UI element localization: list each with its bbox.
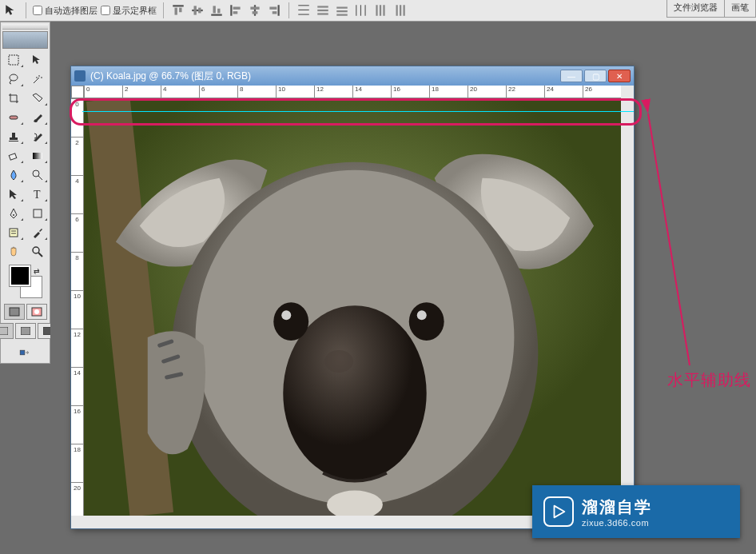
dodge-tool-icon[interactable] — [26, 166, 49, 184]
move-tool-indicator-icon[interactable] — [3, 2, 19, 18]
svg-rect-8 — [217, 9, 220, 14]
vertical-ruler[interactable]: 0246810121416182022 — [71, 98, 84, 516]
canvas[interactable] — [84, 98, 621, 516]
toolbox: T ⇄ — [0, 22, 50, 364]
svg-rect-49 — [10, 229, 18, 237]
hand-tool-icon[interactable] — [2, 243, 25, 261]
svg-rect-42 — [9, 153, 17, 160]
svg-rect-33 — [396, 5, 398, 16]
annotation-label: 水平辅助线 — [667, 369, 751, 391]
svg-rect-14 — [253, 11, 258, 14]
svg-rect-6 — [211, 14, 222, 16]
svg-rect-54 — [10, 308, 19, 316]
path-select-tool-icon[interactable] — [2, 185, 25, 203]
shape-tool-icon[interactable] — [26, 205, 49, 222]
horizontal-ruler[interactable]: 02468101214161820222426 — [84, 86, 621, 98]
svg-rect-43 — [33, 153, 42, 159]
screen-standard-icon[interactable] — [0, 323, 14, 339]
svg-rect-20 — [298, 14, 309, 15]
heal-tool-icon[interactable] — [2, 109, 25, 126]
svg-rect-34 — [400, 5, 401, 16]
svg-rect-21 — [317, 6, 328, 7]
svg-rect-18 — [298, 5, 309, 6]
blur-tool-icon[interactable] — [2, 166, 25, 184]
pen-tool-icon[interactable] — [2, 205, 25, 222]
zoom-tool-icon[interactable] — [26, 243, 49, 261]
distribute-hcenter-icon[interactable] — [372, 2, 388, 18]
svg-rect-26 — [336, 14, 348, 16]
wand-tool-icon[interactable] — [26, 70, 49, 88]
maximize-button[interactable]: ▢ — [584, 70, 607, 82]
svg-point-47 — [13, 214, 14, 216]
tab-brushes[interactable]: 画笔 — [724, 0, 756, 18]
svg-rect-1 — [175, 8, 177, 15]
type-tool-icon[interactable]: T — [26, 185, 49, 203]
gradient-tool-icon[interactable] — [26, 147, 49, 165]
svg-rect-9 — [230, 5, 232, 16]
separator — [26, 2, 26, 18]
svg-rect-58 — [21, 327, 30, 335]
tab-file-browser[interactable]: 文件浏览器 — [666, 0, 725, 18]
svg-point-68 — [281, 310, 291, 320]
document-window: (C) Koala.jpg @ 66.7% (图层 0, RGB) — ▢ ✕ … — [70, 66, 635, 529]
notes-tool-icon[interactable] — [2, 224, 25, 241]
svg-rect-11 — [233, 11, 238, 14]
document-title: (C) Koala.jpg @ 66.7% (图层 0, RGB) — [90, 70, 251, 83]
svg-rect-19 — [298, 10, 309, 10]
jump-to-imageready-icon[interactable] — [2, 344, 48, 361]
distribute-vcenter-icon[interactable] — [315, 2, 331, 18]
align-bottom-icon[interactable] — [209, 2, 225, 18]
titlebar[interactable]: (C) Koala.jpg @ 66.7% (图层 0, RGB) — ▢ ✕ — [71, 66, 634, 86]
svg-rect-29 — [365, 5, 366, 16]
show-transform-checkbox[interactable]: 显示定界框 — [101, 5, 157, 17]
screen-full-menubar-icon[interactable] — [15, 323, 36, 339]
align-vcenter-icon[interactable] — [189, 2, 205, 18]
eyedropper-tool-icon[interactable] — [26, 224, 49, 241]
slice-tool-icon[interactable] — [26, 90, 49, 107]
minimize-button[interactable]: — — [560, 70, 583, 82]
color-swatches[interactable]: ⇄ — [10, 265, 42, 297]
lasso-tool-icon[interactable] — [2, 70, 25, 88]
svg-point-69 — [409, 302, 444, 341]
svg-point-70 — [417, 310, 427, 320]
svg-point-56 — [34, 309, 39, 314]
eraser-tool-icon[interactable] — [2, 147, 25, 165]
marquee-tool-icon[interactable] — [2, 51, 25, 69]
stamp-tool-icon[interactable] — [2, 128, 25, 145]
svg-rect-48 — [34, 209, 42, 217]
svg-rect-22 — [317, 10, 328, 11]
align-top-icon[interactable] — [170, 2, 186, 18]
foreground-color-swatch[interactable] — [10, 265, 30, 286]
swap-colors-icon[interactable]: ⇄ — [34, 267, 40, 275]
svg-rect-13 — [250, 7, 259, 10]
distribute-top-icon[interactable] — [296, 2, 312, 18]
distribute-bottom-icon[interactable] — [334, 2, 350, 18]
svg-rect-4 — [194, 6, 197, 14]
move-tool-icon[interactable] — [26, 51, 49, 69]
align-right-icon[interactable] — [266, 2, 282, 18]
watermark-badge: 溜溜自学 zixue.3d66.com — [532, 485, 740, 538]
svg-point-66 — [324, 350, 353, 373]
toolbox-drag-handle[interactable] — [2, 24, 48, 30]
svg-rect-17 — [273, 11, 277, 14]
brush-tool-icon[interactable] — [26, 109, 49, 126]
align-left-icon[interactable] — [228, 2, 244, 18]
auto-select-layer-checkbox[interactable]: 自动选择图层 — [33, 5, 97, 17]
svg-rect-5 — [198, 8, 201, 14]
ruler-origin[interactable] — [71, 86, 84, 98]
distribute-left-icon[interactable] — [353, 2, 369, 18]
svg-point-52 — [33, 247, 39, 253]
auto-select-layer-label: 自动选择图层 — [45, 5, 97, 17]
watermark-logo-icon — [543, 496, 574, 527]
quickmask-mode-icon[interactable] — [26, 304, 47, 320]
crop-tool-icon[interactable] — [2, 90, 25, 107]
svg-rect-31 — [380, 5, 381, 16]
svg-rect-32 — [383, 5, 384, 16]
close-button[interactable]: ✕ — [608, 70, 631, 82]
history-brush-tool-icon[interactable] — [26, 128, 49, 145]
svg-line-53 — [38, 253, 42, 257]
align-hcenter-icon[interactable] — [247, 2, 263, 18]
standard-mode-icon[interactable] — [4, 304, 25, 320]
options-bar: 自动选择图层 显示定界框 — [0, 0, 756, 22]
distribute-right-icon[interactable] — [392, 2, 408, 18]
